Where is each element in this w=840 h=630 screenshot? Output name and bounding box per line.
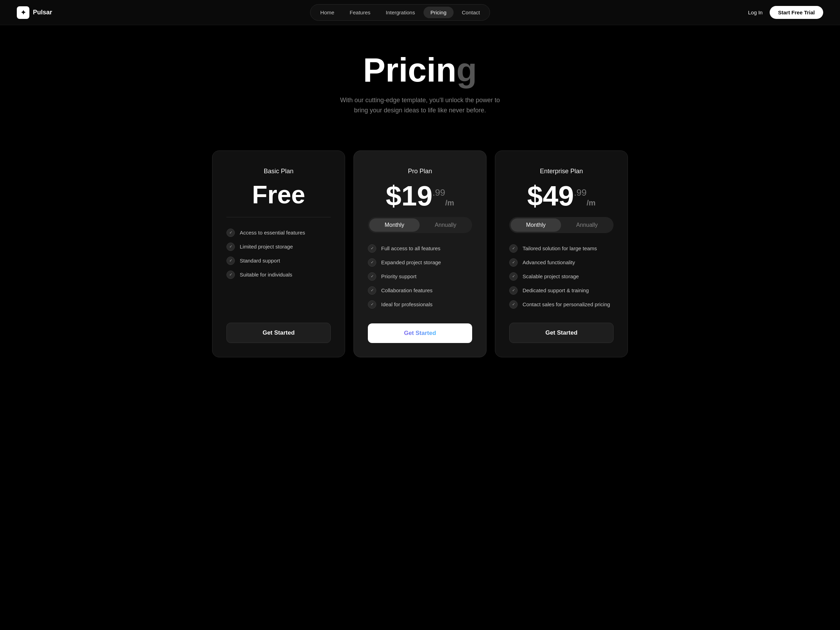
feature-label: Limited project storage [240, 243, 293, 249]
list-item: ✓ Scalable project storage [509, 272, 614, 281]
title-highlight: in [427, 51, 456, 88]
pro-monthly-button[interactable]: Monthly [369, 218, 420, 232]
list-item: ✓ Standard support [226, 257, 331, 265]
enterprise-plan-price: $49.99/m [509, 182, 614, 210]
brand-logo: ✦ [17, 6, 29, 19]
enterprise-plan-card: Enterprise Plan $49.99/m Monthly Annuall… [495, 150, 628, 357]
feature-label: Tailored solution for large teams [523, 245, 597, 251]
list-item: ✓ Contact sales for personalized pricing [509, 300, 614, 309]
list-item: ✓ Expanded project storage [368, 258, 472, 267]
pro-annually-button[interactable]: Annually [420, 218, 471, 232]
list-item: ✓ Access to essential features [226, 229, 331, 237]
brand-name: Pulsar [33, 9, 52, 16]
nav-links: Home Features Intergrations Pricing Cont… [310, 4, 490, 21]
check-icon: ✓ [226, 243, 235, 251]
list-item: ✓ Advanced functionality [509, 258, 614, 267]
feature-label: Collaboration features [381, 287, 433, 293]
check-icon: ✓ [509, 244, 518, 253]
feature-label: Expanded project storage [381, 259, 441, 265]
check-icon: ✓ [226, 229, 235, 237]
feature-label: Dedicated support & training [523, 287, 589, 293]
basic-plan-card: Basic Plan Free ✓ Access to essential fe… [212, 150, 345, 357]
feature-label: Access to essential features [240, 230, 305, 235]
pro-price-main: $19.99/m [386, 180, 454, 212]
list-item: ✓ Tailored solution for large teams [509, 244, 614, 253]
enterprise-price-main: $49.99/m [527, 180, 595, 212]
login-button[interactable]: Log In [748, 9, 763, 16]
check-icon: ✓ [368, 258, 376, 267]
logo-symbol: ✦ [21, 9, 26, 16]
check-icon: ✓ [509, 300, 518, 309]
check-icon: ✓ [368, 286, 376, 295]
check-icon: ✓ [226, 257, 235, 265]
feature-label: Scalable project storage [523, 273, 579, 279]
enterprise-features: ✓ Tailored solution for large teams ✓ Ad… [509, 244, 614, 309]
check-icon: ✓ [226, 270, 235, 279]
enterprise-annually-button[interactable]: Annually [562, 218, 612, 232]
check-icon: ✓ [509, 272, 518, 281]
check-icon: ✓ [368, 244, 376, 253]
hero-title: Pricing [7, 53, 833, 87]
pro-cta-button[interactable]: Get Started [368, 324, 472, 343]
list-item: ✓ Limited project storage [226, 243, 331, 251]
brand: ✦ Pulsar [17, 6, 52, 19]
nav-integrations[interactable]: Intergrations [379, 7, 422, 18]
enterprise-billing-toggle: Monthly Annually [509, 217, 614, 233]
nav-actions: Log In Start Free Trial [748, 6, 823, 19]
check-icon: ✓ [509, 286, 518, 295]
list-item: ✓ Ideal for professionals [368, 300, 472, 309]
check-icon: ✓ [368, 300, 376, 309]
title-end: g [456, 51, 477, 88]
feature-label: Standard support [240, 257, 280, 264]
feature-label: Advanced functionality [523, 259, 575, 265]
basic-price-display: Free [252, 181, 305, 208]
basic-plan-name: Basic Plan [226, 167, 331, 175]
hero-section: Pricing With our cutting-edge template, … [0, 25, 840, 136]
enterprise-monthly-button[interactable]: Monthly [511, 218, 561, 232]
cta-button[interactable]: Start Free Trial [770, 6, 823, 19]
basic-plan-price: Free [226, 182, 331, 207]
enterprise-plan-name: Enterprise Plan [509, 167, 614, 175]
list-item: ✓ Dedicated support & training [509, 286, 614, 295]
list-item: ✓ Suitable for individuals [226, 270, 331, 279]
pro-plan-card: Pro Plan $19.99/m Monthly Annually ✓ Ful… [354, 150, 486, 357]
basic-cta-button[interactable]: Get Started [226, 323, 331, 343]
title-start: Pric [363, 51, 426, 88]
pricing-section: Basic Plan Free ✓ Access to essential fe… [0, 136, 840, 385]
list-item: ✓ Collaboration features [368, 286, 472, 295]
enterprise-cta-button[interactable]: Get Started [509, 323, 614, 343]
list-item: ✓ Priority support [368, 272, 472, 281]
nav-contact[interactable]: Contact [455, 7, 487, 18]
feature-label: Priority support [381, 273, 417, 279]
feature-label: Contact sales for personalized pricing [523, 302, 610, 307]
feature-label: Ideal for professionals [381, 302, 433, 307]
check-icon: ✓ [509, 258, 518, 267]
navbar: ✦ Pulsar Home Features Intergrations Pri… [0, 0, 840, 25]
nav-features[interactable]: Features [343, 7, 377, 18]
pro-features: ✓ Full access to all features ✓ Expanded… [368, 244, 472, 309]
feature-label: Full access to all features [381, 245, 440, 251]
pro-billing-toggle: Monthly Annually [368, 217, 472, 233]
check-icon: ✓ [368, 272, 376, 281]
pro-plan-name: Pro Plan [368, 167, 472, 175]
hero-subtitle: With our cutting-edge template, you'll u… [336, 95, 504, 115]
pro-plan-price: $19.99/m [368, 182, 472, 210]
nav-pricing[interactable]: Pricing [423, 7, 453, 18]
nav-home[interactable]: Home [313, 7, 341, 18]
feature-label: Suitable for individuals [240, 272, 292, 278]
list-item: ✓ Full access to all features [368, 244, 472, 253]
basic-features: ✓ Access to essential features ✓ Limited… [226, 229, 331, 309]
basic-divider [226, 217, 331, 217]
pro-cta-label: Get Started [404, 330, 436, 336]
